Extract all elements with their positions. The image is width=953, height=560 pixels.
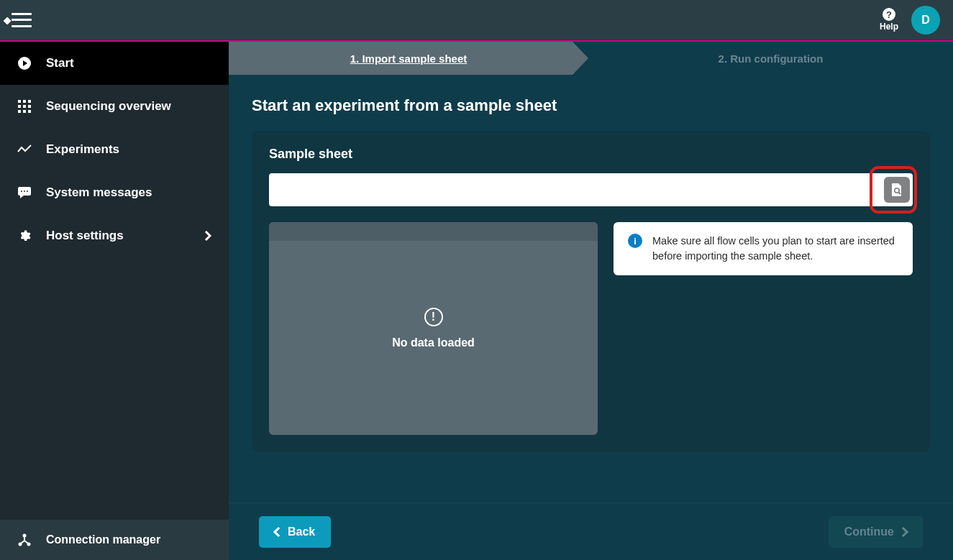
sidebar-item-host-settings[interactable]: Host settings xyxy=(0,214,229,257)
connection-icon xyxy=(17,533,32,547)
sidebar-item-start[interactable]: Start xyxy=(0,42,229,85)
stepper: 1. Import sample sheet 2. Run configurat… xyxy=(229,42,953,75)
sidebar-item-experiments[interactable]: Experiments xyxy=(0,128,229,171)
svg-rect-4 xyxy=(28,100,31,103)
back-label: Back xyxy=(288,525,315,538)
sidebar-item-label: Experiments xyxy=(46,142,119,157)
question-icon: ? xyxy=(883,8,895,21)
step-label: 2. Run configuration xyxy=(719,52,824,65)
page-title: Start an experiment from a sample sheet xyxy=(252,96,930,115)
play-circle-icon xyxy=(17,56,32,70)
top-bar: ? Help D xyxy=(0,0,953,40)
step-label: 1. Import sample sheet xyxy=(350,52,468,65)
chevron-right-icon xyxy=(898,526,908,536)
info-message-text: Make sure all flow cells you plan to sta… xyxy=(652,234,898,264)
continue-button: Continue xyxy=(829,516,923,548)
sample-sheet-path-input[interactable] xyxy=(269,173,884,206)
svg-rect-6 xyxy=(23,105,26,108)
info-message-box: i Make sure all flow cells you plan to s… xyxy=(614,222,913,275)
svg-point-14 xyxy=(24,191,25,192)
message-icon xyxy=(17,185,32,200)
svg-point-15 xyxy=(27,191,28,192)
gear-icon xyxy=(17,229,32,243)
sidebar-item-label: Sequencing overview xyxy=(46,99,171,114)
svg-marker-12 xyxy=(20,196,24,198)
svg-point-13 xyxy=(21,191,22,192)
step-run-configuration: 2. Run configuration xyxy=(588,42,953,75)
continue-label: Continue xyxy=(844,525,894,538)
file-search-icon xyxy=(890,183,903,197)
sidebar: Start Sequencing overview Experiments Sy… xyxy=(0,42,229,560)
avatar[interactable]: D xyxy=(911,6,940,35)
browse-file-button[interactable] xyxy=(884,177,910,203)
svg-rect-3 xyxy=(23,100,26,103)
svg-rect-8 xyxy=(18,110,21,113)
grid-icon xyxy=(17,99,32,114)
sample-sheet-card: Sample sheet xyxy=(252,131,930,452)
preview-header-strip xyxy=(269,222,598,241)
arrow-left-icon xyxy=(3,17,11,24)
info-icon: i xyxy=(628,234,642,248)
help-button[interactable]: ? Help xyxy=(880,8,898,32)
data-preview-panel: ! No data loaded xyxy=(269,222,598,435)
warning-circle-icon: ! xyxy=(424,308,443,326)
step-import-sample-sheet[interactable]: 1. Import sample sheet xyxy=(229,42,588,75)
chart-line-icon xyxy=(17,142,32,157)
chevron-right-icon xyxy=(204,230,211,242)
sample-sheet-input-row xyxy=(269,173,913,206)
svg-point-16 xyxy=(23,534,27,538)
menu-collapse-button[interactable] xyxy=(12,13,32,27)
no-data-text: No data loaded xyxy=(392,336,475,349)
svg-rect-9 xyxy=(23,110,26,113)
sidebar-item-sequencing-overview[interactable]: Sequencing overview xyxy=(0,85,229,128)
sidebar-item-label: Host settings xyxy=(46,229,124,243)
sidebar-item-connection-manager[interactable]: Connection manager xyxy=(0,520,229,560)
svg-rect-2 xyxy=(18,100,21,103)
back-button[interactable]: Back xyxy=(259,516,331,548)
chevron-left-icon xyxy=(273,526,283,536)
help-label: Help xyxy=(880,22,898,32)
card-title: Sample sheet xyxy=(269,147,913,162)
sidebar-item-label: Start xyxy=(46,56,74,70)
main-area: 1. Import sample sheet 2. Run configurat… xyxy=(229,42,953,560)
svg-rect-5 xyxy=(18,105,21,108)
avatar-initial: D xyxy=(921,14,930,27)
sidebar-footer-label: Connection manager xyxy=(46,533,160,546)
sidebar-item-system-messages[interactable]: System messages xyxy=(0,171,229,214)
sidebar-item-label: System messages xyxy=(46,185,152,200)
footer-bar: Back Continue xyxy=(229,502,953,560)
svg-rect-10 xyxy=(28,110,31,113)
svg-rect-7 xyxy=(28,105,31,108)
